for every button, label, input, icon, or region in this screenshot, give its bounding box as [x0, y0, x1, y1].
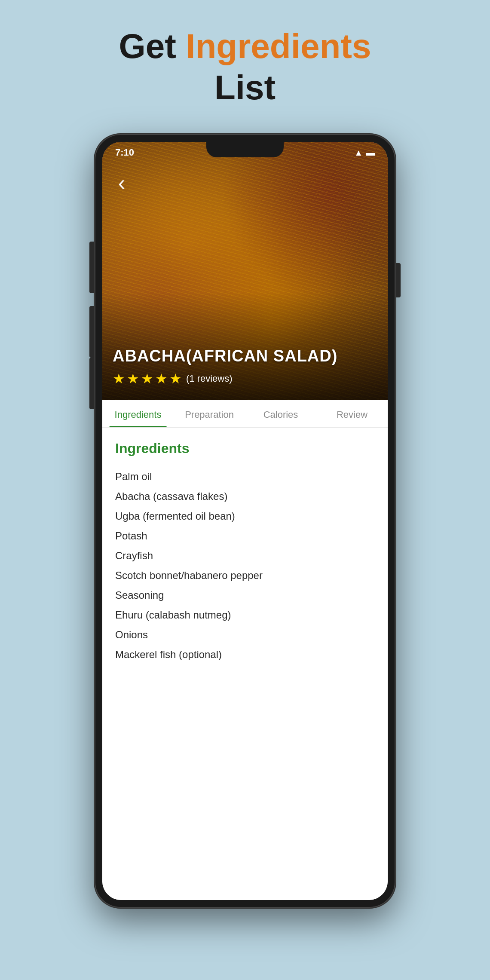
- star-1: ★: [113, 371, 125, 387]
- stars-container: ★ ★ ★ ★ ★: [113, 371, 182, 387]
- status-time: 7:10: [115, 147, 134, 158]
- list-item: Palm oil: [115, 467, 375, 487]
- list-item: Mackerel fish (optional): [115, 645, 375, 665]
- phone-screen: ABACHA(AFRICAN SALAD) ★ ★ ★ ★ ★ (1 revie…: [102, 142, 388, 900]
- ingredients-list: Palm oil Abacha (cassava flakes) Ugba (f…: [115, 467, 375, 665]
- phone-notch: [206, 142, 284, 157]
- page-title: Get Ingredients List: [119, 26, 371, 108]
- status-icons: ▲ ▬: [354, 148, 375, 158]
- list-item: Ehuru (calabash nutmeg): [115, 605, 375, 625]
- tab-bar: Ingredients Preparation Calories Review: [102, 400, 388, 428]
- title-plain: Get: [119, 27, 186, 65]
- phone-mockup: 7:10 ▲ ▬ ABACHA(AFRICAN S: [95, 134, 395, 908]
- page-header: Get Ingredients List: [119, 26, 371, 108]
- list-item: Ugba (fermented oil bean): [115, 506, 375, 526]
- list-item: Potash: [115, 526, 375, 546]
- list-item: Seasoning: [115, 585, 375, 605]
- star-2: ★: [127, 371, 139, 387]
- review-count: (1 reviews): [186, 373, 233, 384]
- back-button[interactable]: [111, 172, 132, 193]
- tab-preparation[interactable]: Preparation: [174, 400, 245, 427]
- wifi-icon: ▲: [354, 148, 363, 158]
- content-area: Ingredients Palm oil Abacha (cassava fla…: [102, 428, 388, 900]
- hero-section: ABACHA(AFRICAN SALAD) ★ ★ ★ ★ ★ (1 revie…: [102, 142, 388, 400]
- list-item: Onions: [115, 625, 375, 645]
- recipe-name: ABACHA(AFRICAN SALAD): [113, 347, 377, 365]
- list-item: Abacha (cassava flakes): [115, 487, 375, 506]
- title-line2: List: [214, 68, 276, 107]
- tab-ingredients[interactable]: Ingredients: [102, 400, 174, 427]
- ingredients-title: Ingredients: [115, 441, 375, 456]
- tab-calories[interactable]: Calories: [245, 400, 316, 427]
- list-item: Scotch bonnet/habanero pepper: [115, 566, 375, 585]
- recipe-title-container: ABACHA(AFRICAN SALAD): [113, 347, 377, 365]
- phone-frame: 7:10 ▲ ▬ ABACHA(AFRICAN S: [95, 134, 395, 908]
- title-highlight: Ingredients: [186, 27, 371, 65]
- list-item: Crayfish: [115, 546, 375, 566]
- star-4: ★: [155, 371, 168, 387]
- rating-row: ★ ★ ★ ★ ★ (1 reviews): [113, 371, 233, 387]
- battery-icon: ▬: [366, 148, 375, 158]
- star-3: ★: [141, 371, 153, 387]
- tab-review[interactable]: Review: [316, 400, 388, 427]
- star-5: ★: [169, 371, 182, 387]
